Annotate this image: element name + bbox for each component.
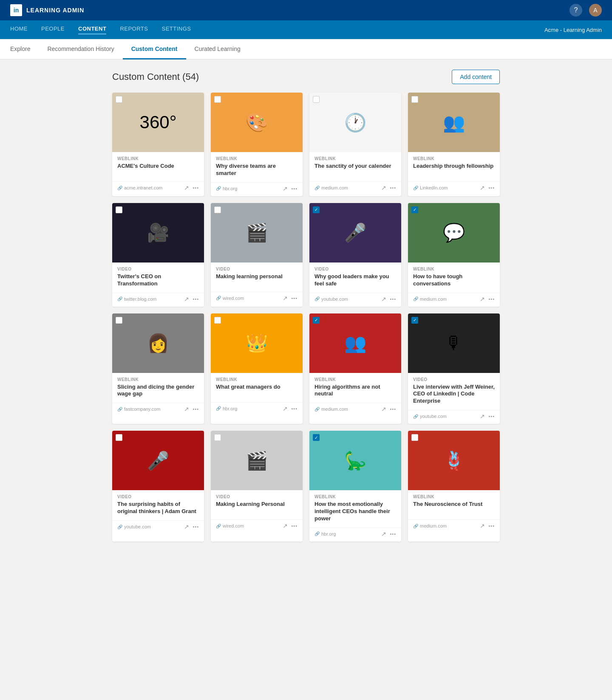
more-button[interactable]: ••• [193,524,199,529]
link-icon: 🔗 [314,186,320,190]
card-title: The Neuroscience of Trust [413,501,495,514]
share-button[interactable]: ↗ [381,406,386,412]
card-actions: ↗ ••• [381,531,396,537]
card-checkbox[interactable] [116,206,122,213]
link-icon: 🔗 [413,296,418,301]
card-checkbox[interactable]: ✓ [411,317,418,324]
card-body: WEBLINK Why diverse teams are smarter [211,152,303,180]
link-icon: 🔗 [216,406,221,411]
nav-reports[interactable]: REPORTS [120,25,148,34]
tab-recommendation-history[interactable]: Recommendation History [39,39,122,59]
more-button[interactable]: ••• [193,185,199,190]
card-checkbox[interactable] [116,96,122,103]
source-url: hbr.org [223,406,237,411]
more-button[interactable]: ••• [193,406,199,412]
avatar[interactable]: A [589,4,602,17]
card-footer: 🔗 hbr.org ↗ ••• [211,402,303,416]
card-actions: ↗ ••• [184,184,199,191]
card-type: VIDEO [117,267,199,271]
card-body: WEBLINK How the most emotionally intelli… [309,490,401,525]
more-button[interactable]: ••• [488,185,495,190]
share-button[interactable]: ↗ [480,522,485,529]
card-footer: 🔗 wired.com ↗ ••• [211,519,303,533]
source-url: youtube.com [321,296,348,302]
card-checkbox[interactable]: ✓ [313,317,320,324]
more-button[interactable]: ••• [291,523,298,528]
card-thumbnail: ✓ 💬 [408,203,500,262]
card-title: How to have tough conversations [413,273,495,288]
link-icon: 🔗 [314,296,320,301]
card-body: WEBLINK The Neuroscience of Trust [408,490,500,517]
more-button[interactable]: ••• [291,296,298,301]
tab-custom-content[interactable]: Custom Content [123,39,186,59]
share-button[interactable]: ↗ [381,296,386,302]
card-footer: 🔗 medium.com ↗ ••• [309,403,401,417]
more-button[interactable]: ••• [390,406,396,412]
share-button[interactable]: ↗ [480,413,485,420]
card-checkbox[interactable] [214,206,221,213]
card-checkbox[interactable] [214,96,221,103]
card-title: Twitter's CEO on Transformation [117,273,199,288]
card-type: VIDEO [216,267,298,271]
more-button[interactable]: ••• [390,296,396,302]
share-button[interactable]: ↗ [184,296,189,302]
card-checkbox[interactable]: ✓ [411,206,418,213]
add-content-button[interactable]: Add content [452,70,500,84]
card-thumbnail: ✓ 🎙 [408,313,500,373]
share-button[interactable]: ↗ [480,184,485,191]
share-button[interactable]: ↗ [381,184,386,191]
card-source: 🔗 hbr.org [216,406,237,411]
card-actions: ↗ ••• [184,523,199,530]
card-gender-wage: 👩 WEBLINK Slicing and dicing the gender … [112,313,204,424]
tab-curated-learning[interactable]: Curated Learning [186,39,249,59]
card-title: The sanctity of your calender [314,163,396,176]
card-checkbox[interactable] [411,96,418,103]
nav-home[interactable]: HOME [10,25,28,34]
more-button[interactable]: ••• [488,414,495,419]
share-button[interactable]: ↗ [184,184,189,191]
card-tough-conversations: ✓ 💬 WEBLINK How to have tough conversati… [408,203,500,307]
card-checkbox[interactable] [116,434,122,441]
card-thumbnail: 👩 [112,313,204,373]
second-nav: HOME PEOPLE CONTENT REPORTS SETTINGS Acm… [0,20,612,39]
more-button[interactable]: ••• [488,296,495,302]
card-footer: 🔗 youtube.com ↗ ••• [112,520,204,534]
more-button[interactable]: ••• [488,523,495,528]
nav-content[interactable]: CONTENT [78,25,106,34]
page-title: Custom Content (54) [112,71,199,82]
card-checkbox[interactable]: ✓ [313,206,320,213]
nav-settings[interactable]: SETTINGS [162,25,191,34]
share-button[interactable]: ↗ [184,406,189,412]
share-button[interactable]: ↗ [184,523,189,530]
more-button[interactable]: ••• [193,296,199,302]
card-title: Leadership through fellowship [413,163,495,176]
card-checkbox[interactable] [313,96,320,103]
help-icon[interactable]: ? [570,4,582,17]
nav-people[interactable]: PEOPLE [41,25,65,34]
share-button[interactable]: ↗ [283,185,288,192]
card-checkbox[interactable] [214,434,221,441]
card-type: WEBLINK [314,494,396,499]
card-checkbox[interactable] [214,317,221,324]
card-checkbox[interactable] [116,317,122,324]
top-bar: in LEARNING ADMIN ? A [0,0,612,20]
card-checkbox[interactable]: ✓ [313,434,320,441]
more-button[interactable]: ••• [291,406,298,411]
top-bar-left: in LEARNING ADMIN [10,4,84,16]
more-button[interactable]: ••• [291,186,298,191]
share-button[interactable]: ↗ [283,405,288,412]
share-button[interactable]: ↗ [283,522,288,529]
link-icon: 🔗 [216,296,221,300]
second-nav-left: HOME PEOPLE CONTENT REPORTS SETTINGS [10,25,191,34]
card-checkbox[interactable] [411,434,418,441]
share-button[interactable]: ↗ [283,295,288,302]
share-button[interactable]: ↗ [480,296,485,302]
card-title: Why good leaders make you feel safe [314,273,396,288]
card-source: 🔗 fastcompany.com [117,406,160,412]
card-footer: 🔗 wired.com ↗ ••• [211,292,303,306]
more-button[interactable]: ••• [390,531,396,536]
share-button[interactable]: ↗ [381,531,386,537]
card-source: 🔗 LinkedIn.com [413,185,448,190]
more-button[interactable]: ••• [390,185,396,190]
tab-explore[interactable]: Explore [10,39,39,59]
